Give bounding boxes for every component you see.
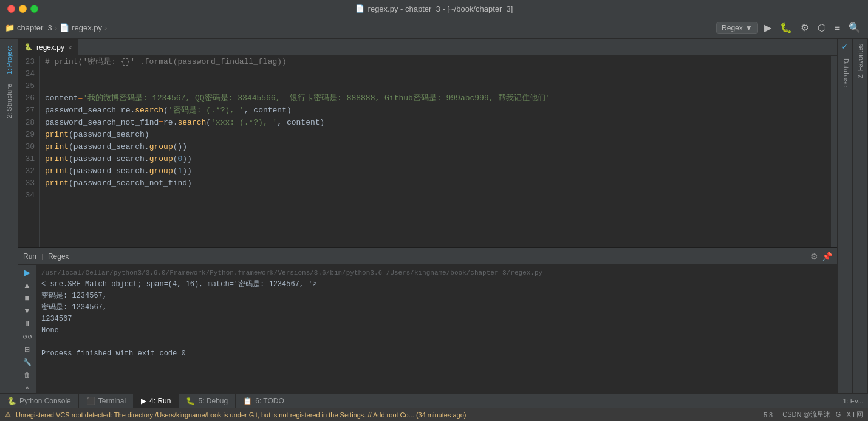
run-trash-btn[interactable]: 🗑 [21,370,34,380]
debug-tab-icon: 🐛 [186,397,195,405]
code-editor[interactable]: 23 24 25 26 27 28 29 30 31 32 33 34 # pr… [18,56,837,247]
build-button[interactable]: ⚙ [798,21,812,35]
folder-icon: 📁 [5,23,15,32]
run-separator: | [41,253,43,260]
code-line-29: print(password_search) [45,129,826,141]
regex-button[interactable]: Regex ▼ [716,22,758,34]
code-line-30: print(password_search.group()) [45,141,826,153]
run-output-line-5: None [41,325,832,337]
close-button[interactable] [7,5,15,13]
tab-regex-py[interactable]: 🐍 regex.py × [18,39,78,55]
tab-run[interactable]: ▶ 4: Run [134,394,179,408]
run-more-btn[interactable]: » [21,383,34,393]
file-icon-small: 📄 [60,23,69,32]
maximize-button[interactable] [30,5,38,13]
code-line-33: print(password_search_not_find) [45,177,826,190]
run-output-line-4: 1234567 [41,313,832,325]
sidebar-item-project[interactable]: 1: Project [3,41,15,79]
line-numbers: 23 24 25 26 27 28 29 30 31 32 33 34 [18,56,40,247]
code-line-34 [45,190,826,202]
code-line-28: password_search_not_find = re.search('xx… [45,117,826,129]
run-output-line-7: Process finished with exit code 0 [41,348,832,360]
run-down-btn[interactable]: ▼ [21,306,34,316]
breadcrumb-file[interactable]: 📄 regex.py [60,23,102,32]
tab-bar: 🐍 regex.py × [18,39,837,56]
run-output-line-2: 密码是: 1234567, [41,290,832,302]
run-settings-icon[interactable]: ⚙ [810,252,818,261]
favorites-label[interactable]: 2: Favorites [854,39,866,83]
left-sidebar: 1: Project 2: Structure [0,39,18,393]
sidebar-item-structure[interactable]: 2: Structure [3,79,15,123]
code-line-27: password_search = re.search('密码是: (.*?),… [45,104,826,117]
sidebar-project-label: 1: Project [5,46,13,74]
run-play-btn[interactable]: ▶ [21,267,34,278]
chevron-down-icon: ▼ [745,24,753,32]
run-pin-icon[interactable]: 📌 [822,252,832,261]
line-col-indicator: 5:8 [764,411,773,419]
terminal-icon: ⬛ [86,397,95,405]
run-content-area: ▶ ▲ ■ ▼ ⏸ ↺↺ ⊞ 🔧 🗑 » /usr/local/Cellar/p… [18,265,837,393]
run-rerun-btn[interactable]: ↺↺ [21,331,34,341]
tab-close-button[interactable]: × [68,44,72,51]
run-tab-icon: ▶ [141,397,146,405]
database-label[interactable]: Database [838,53,852,92]
tab-debug[interactable]: 🐛 5: Debug [179,394,236,408]
run-panel: Run | Regex ⚙ 📌 ▶ ▲ ■ ▼ ⏸ ↺↺ [18,247,837,393]
bottom-tabs: 🐍 Python Console ⬛ Terminal ▶ 4: Run 🐛 5… [0,393,868,408]
status-warning-icon: ⚠ [5,411,11,419]
breadcrumb: 📁 chapter_3 › 📄 regex.py › [5,23,107,32]
tab-file-icon: 🐍 [24,43,33,51]
right-sidebar-database: ✓ Database [837,39,852,393]
watermark-text: CSDN @流星沐 G X I 网 [782,410,863,419]
status-bar: ⚠ Unregistered VCS root detected: The di… [0,408,868,421]
python-console-icon: 🐍 [7,397,16,405]
tools-button[interactable]: ≡ [832,21,842,35]
breadcrumb-folder[interactable]: 📁 chapter_3 [5,23,52,32]
debug-button[interactable]: 🐛 [777,21,795,35]
regex-run-label: Regex [48,252,69,261]
run-pause-btn[interactable]: ⏸ [21,318,34,329]
code-line-31: print(password_search.group(0)) [45,153,826,165]
code-line-24 [45,68,826,80]
toolbar-actions: Regex ▼ ▶ 🐛 ⚙ ⬡ ≡ 🔍 [716,21,863,35]
run-output-line-1: <_sre.SRE_Match object; span=(4, 16), ma… [41,279,832,290]
search-icon[interactable]: 🔍 [846,21,863,35]
title-bar: 📄 regex.py - chapter_3 - [~/book/chapter… [0,0,868,17]
toolbar: 📁 chapter_3 › 📄 regex.py › Regex ▼ ▶ 🐛 ⚙… [0,17,868,39]
breadcrumb-separator-2: › [104,23,107,32]
run-buttons: ▶ ▲ ■ ▼ ⏸ ↺↺ ⊞ 🔧 🗑 » [18,265,36,393]
breadcrumb-separator: › [55,23,57,32]
status-warning-text: Unregistered VCS root detected: The dire… [16,411,466,419]
file-icon: 📄 [355,4,364,13]
run-output-line-3: 密码是: 1234567, [41,302,832,313]
tab-todo[interactable]: 📋 6: TODO [236,394,292,408]
run-stop-btn[interactable]: ■ [21,293,34,303]
run-toolbar-actions: ⚙ 📌 [810,252,832,261]
profile-button[interactable]: ⬡ [815,21,829,35]
tab-python-console[interactable]: 🐍 Python Console [0,394,79,408]
code-line-26: content = '我的微博密码是: 1234567, QQ密码是: 3344… [45,92,826,104]
editor-scrollbar[interactable] [831,56,837,247]
sidebar-structure-label: 2: Structure [5,84,13,118]
run-command-line: /usr/local/Cellar/python3/3.6.0/Framewor… [41,267,832,279]
run-label: Run [23,252,36,261]
status-right: 5:8 CSDN @流星沐 G X I 网 [764,410,863,419]
database-checkmark: ✓ [838,39,852,53]
tab-terminal[interactable]: ⬛ Terminal [79,394,134,408]
run-wrench-btn[interactable]: 🔧 [21,357,34,368]
run-grid-btn[interactable]: ⊞ [21,344,34,355]
code-line-23: # print('密码是: {}' .format(password_finda… [45,56,826,68]
run-toolbar: Run | Regex ⚙ 📌 [18,248,837,265]
favorites-sidebar: 2: Favorites [852,39,868,393]
run-up-btn[interactable]: ▲ [21,280,34,290]
bottom-right-area: 1: Ev... [838,394,868,408]
run-button[interactable]: ▶ [762,21,774,35]
code-content[interactable]: # print('密码是: {}' .format(password_finda… [40,56,831,247]
todo-tab-icon: 📋 [243,397,252,405]
run-output: /usr/local/Cellar/python3/3.6.0/Framewor… [36,265,837,393]
code-line-25 [45,80,826,92]
minimize-button[interactable] [19,5,27,13]
window-title: 📄 regex.py - chapter_3 - [~/book/chapter… [355,4,513,13]
event-log-label[interactable]: 1: Ev... [843,397,863,405]
code-line-32: print(password_search.group(1)) [45,165,826,177]
